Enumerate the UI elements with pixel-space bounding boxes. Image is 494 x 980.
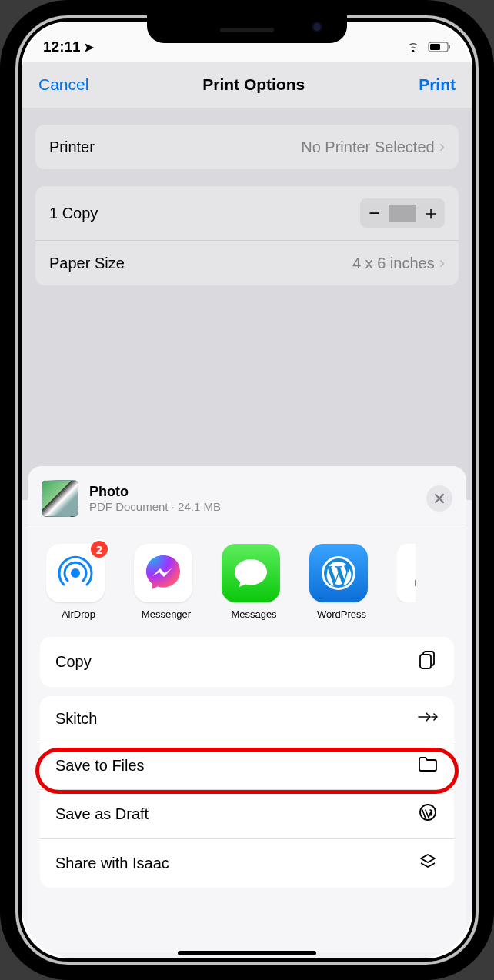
action-label: Copy (55, 653, 92, 671)
action-label: Save to Files (55, 757, 145, 775)
share-apps: 2 AirDrop Messenger Messages (28, 528, 466, 634)
wifi-icon (405, 41, 422, 53)
print-options-page: Cancel Print Options Print Printer No Pr… (22, 62, 472, 500)
copies-stepper[interactable]: − ＋ (360, 198, 445, 228)
chevron-right-icon: › (439, 253, 445, 273)
share-item-subtitle: PDF Document · 24.1 MB (89, 500, 426, 513)
action-card-main: Skitch Save to Files Save as Draft (40, 696, 454, 888)
action-label: Share with Isaac (55, 855, 169, 872)
share-app-messages[interactable]: Messages (222, 544, 286, 620)
share-thumbnail (42, 480, 78, 517)
stepper-plus[interactable]: ＋ (416, 198, 445, 228)
stepper-separator (389, 205, 417, 222)
device-notch (147, 15, 347, 43)
wordpress-small-icon (417, 803, 439, 825)
cancel-button[interactable]: Cancel (38, 75, 88, 94)
printer-row[interactable]: Printer No Printer Selected › (35, 125, 459, 169)
copies-row: 1 Copy − ＋ (35, 186, 459, 240)
action-skitch[interactable]: Skitch (40, 696, 454, 742)
printer-value: No Printer Selected (301, 138, 434, 156)
app-label: Messages (222, 608, 286, 620)
skitch-icon (417, 709, 439, 728)
printer-group: Printer No Printer Selected › (35, 125, 459, 169)
action-save-as-draft[interactable]: Save as Draft (40, 789, 454, 838)
airdrop-icon: 2 (46, 544, 105, 602)
share-app-overflow[interactable] (397, 544, 416, 620)
share-app-wordpress[interactable]: WordPress (309, 544, 374, 620)
stepper-minus[interactable]: − (360, 198, 389, 228)
actions-list: Copy Skitch Save to Files (28, 634, 466, 888)
print-button[interactable]: Print (419, 75, 456, 94)
copies-group: 1 Copy − ＋ Paper Size 4 x 6 inches › (35, 186, 459, 285)
app-label: WordPress (309, 608, 374, 620)
wordpress-icon (309, 544, 368, 602)
share-header: Photo PDF Document · 24.1 MB (28, 466, 466, 528)
location-arrow-icon: ➤ (84, 40, 94, 55)
share-app-airdrop[interactable]: 2 AirDrop (46, 544, 111, 620)
share-item-title: Photo (89, 484, 426, 500)
app-label: Messenger (134, 608, 199, 620)
action-save-to-files[interactable]: Save to Files (40, 742, 454, 789)
messages-icon (222, 544, 280, 602)
svg-point-7 (420, 805, 436, 820)
page-title: Print Options (202, 75, 305, 94)
status-time: 12:11 (43, 38, 81, 55)
share-app-messenger[interactable]: Messenger (134, 544, 199, 620)
paper-label: Paper Size (49, 255, 125, 272)
share-sheet: Photo PDF Document · 24.1 MB 2 AirDrop (28, 466, 466, 952)
messenger-icon (134, 544, 192, 602)
nav-bar: Cancel Print Options Print (22, 62, 472, 108)
paper-size-row[interactable]: Paper Size 4 x 6 inches › (35, 240, 459, 285)
printer-label: Printer (49, 138, 95, 156)
action-label: Save as Draft (55, 805, 149, 823)
svg-point-3 (71, 568, 80, 578)
app-label: AirDrop (46, 608, 111, 620)
close-button[interactable] (426, 485, 452, 512)
copies-label: 1 Copy (49, 205, 98, 222)
svg-rect-6 (420, 655, 431, 668)
svg-rect-1 (430, 44, 440, 50)
badge: 2 (89, 539, 109, 559)
layers-icon (417, 852, 439, 875)
battery-icon (428, 42, 451, 52)
action-card-copy: Copy (40, 637, 454, 687)
action-label: Skitch (55, 710, 97, 728)
svg-rect-2 (449, 45, 450, 49)
chevron-right-icon: › (439, 137, 445, 157)
action-share-with-isaac[interactable]: Share with Isaac (40, 838, 454, 888)
paper-value: 4 x 6 inches (352, 255, 435, 272)
folder-icon (417, 755, 439, 776)
copy-icon (417, 650, 439, 674)
action-copy[interactable]: Copy (40, 637, 454, 687)
